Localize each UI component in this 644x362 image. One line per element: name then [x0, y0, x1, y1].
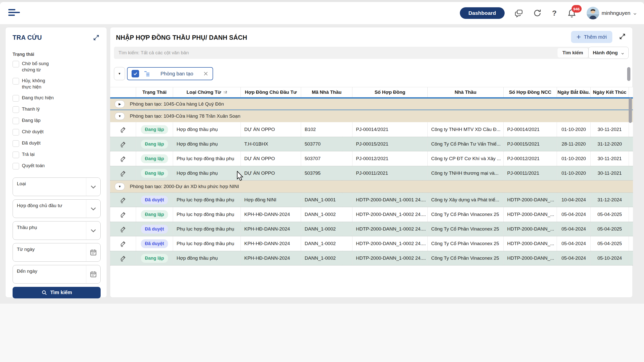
- status-checkbox-3[interactable]: Đang thực hiện: [13, 95, 60, 102]
- cell-owner_contract: DỰ ÁN OPPO: [241, 122, 301, 137]
- checkbox-icon[interactable]: [13, 140, 19, 147]
- edit-pencil-icon[interactable]: [120, 170, 127, 177]
- add-new-label: Thêm mới: [584, 34, 607, 40]
- status-checkbox-group: Chờ bổ sung chứng từHủy, không thực hiện…: [13, 61, 100, 174]
- group-row[interactable]: ▶Phòng ban tạo: 1045-Cửa hàng Lê Quý Đôn: [110, 98, 633, 110]
- grid-expand-icon[interactable]: [619, 33, 626, 40]
- edit-pencil-icon[interactable]: [120, 240, 127, 247]
- filter-field-1[interactable]: Loại: [13, 177, 101, 196]
- cell-owner_contract: KPH-HĐ-DANN-2024: [241, 207, 301, 222]
- scrollbar-thumb-upper[interactable]: [627, 67, 630, 81]
- add-new-button[interactable]: + Thêm mới: [571, 31, 612, 43]
- calendar-icon[interactable]: [90, 270, 97, 278]
- column-header-contract_no[interactable]: Số Hợp Đồng: [352, 87, 428, 97]
- actions-dropdown-button[interactable]: Hành động: [588, 47, 629, 59]
- group-by-chip[interactable]: Phòng ban tạo: [127, 67, 213, 80]
- edit-pencil-icon[interactable]: [120, 226, 127, 233]
- calendar-icon[interactable]: [90, 249, 97, 256]
- group-panel-toggle-button[interactable]: ▼: [114, 67, 125, 80]
- cell-contractor_code: DANN_1-0002: [301, 222, 352, 236]
- search-button[interactable]: Tìm kiếm: [13, 287, 101, 298]
- chip-checkbox[interactable]: [132, 70, 139, 77]
- table-row[interactable]: Đã duyệtPhụ lục hợp đồng thầu phụHợp đồn…: [110, 193, 633, 207]
- cell-end_date: 31-12-2024: [591, 193, 629, 207]
- group-row[interactable]: ▼Phòng ban tạo: 2000-Dự án XD khu phức h…: [110, 180, 633, 193]
- checkbox-icon[interactable]: [13, 129, 19, 135]
- chevron-down-icon[interactable]: [90, 227, 97, 234]
- column-header-owner_contract[interactable]: Hợp Đồng Chủ Đầu Tư: [241, 87, 301, 97]
- column-header-end_date[interactable]: Ngày Kết Thúc: [591, 87, 629, 97]
- cell-supplier_contract_no: HDTP-2000-DANN_...: [504, 207, 557, 222]
- edit-pencil-icon[interactable]: [120, 141, 127, 148]
- status-checkbox-9[interactable]: Quyết toán: [13, 163, 60, 169]
- table-row[interactable]: Đã duyệtPhụ lục hợp đồng thầu phụKPH-HĐ-…: [110, 222, 633, 236]
- column-header-contractor[interactable]: Nhà Thầu: [428, 87, 504, 97]
- checkbox-icon[interactable]: [13, 106, 19, 113]
- table-row[interactable]: Đang lậpHợp đồng thầu phụDỰ ÁN OPPO50379…: [110, 166, 633, 180]
- checkbox-icon[interactable]: [13, 78, 19, 84]
- panel-expand-icon[interactable]: [93, 34, 100, 41]
- notifications-bell[interactable]: 946: [567, 8, 577, 19]
- collapse-group-button[interactable]: ▼: [115, 183, 125, 190]
- checkbox-icon[interactable]: [13, 163, 19, 169]
- table-row[interactable]: Đang lậpHợp đồng thầu phụT.H-01BHX503770…: [110, 137, 633, 151]
- column-header-start_date[interactable]: Ngày Bắt Đầu.: [557, 87, 591, 97]
- cell-start_date: 01-10-2020: [557, 166, 591, 180]
- column-header-supplier_contract_no[interactable]: Số Hợp Đồng NCC: [504, 87, 557, 97]
- status-checkbox-1[interactable]: Chờ bổ sung chứng từ: [13, 61, 60, 73]
- table-row[interactable]: Đã duyệtPhụ lục hợp đồng thầu phụKPH-HĐ-…: [110, 236, 633, 251]
- grid-search-input[interactable]: [114, 50, 557, 56]
- status-checkbox-4[interactable]: Thanh lý: [13, 106, 53, 113]
- help-icon[interactable]: ?: [551, 9, 557, 17]
- filter-field-2[interactable]: Hợp đồng chủ đầu tư: [13, 199, 101, 218]
- column-header-status[interactable]: Trạng Thái: [136, 87, 173, 97]
- group-row[interactable]: ▼Phòng ban tạo: 1049-Cửa Hàng 78 Trần Xu…: [110, 110, 633, 122]
- dashboard-button[interactable]: Dashboard: [460, 7, 505, 19]
- user-menu[interactable]: minhnguyen: [587, 7, 637, 19]
- column-header-label: Mã Nhà Thầu: [312, 89, 341, 95]
- status-checkbox-2[interactable]: Hủy, không thực hiện: [13, 78, 53, 90]
- status-checkbox-label: Trả lại: [22, 151, 35, 158]
- cell-supplier_contract_no: HDTP-2000-DANN_...: [504, 236, 557, 251]
- chip-close-icon[interactable]: [203, 71, 209, 76]
- checkbox-icon[interactable]: [13, 118, 19, 124]
- column-header-label: Trạng Thái: [142, 89, 167, 95]
- collapse-group-button[interactable]: ▼: [115, 112, 125, 120]
- table-row[interactable]: Đang lậpPhụ lục hợp đồng thầu phụDỰ ÁN O…: [110, 151, 633, 166]
- grid-search-button[interactable]: Tìm kiếm: [557, 48, 588, 58]
- column-header-contractor_code[interactable]: Mã Nhà Thầu: [301, 87, 352, 97]
- menu-icon[interactable]: [8, 9, 20, 17]
- filter-field-3[interactable]: Thầu phụ: [13, 221, 101, 240]
- checkbox-icon[interactable]: [13, 152, 19, 158]
- cell-doc_type: Hợp đồng thầu phụ: [173, 137, 241, 151]
- top-bar: Dashboard ? 946: [0, 2, 644, 24]
- edit-pencil-icon[interactable]: [120, 126, 127, 133]
- table-row[interactable]: Đang lậpHợp đồng thầu phụKPH-HĐ-DANN-202…: [110, 251, 633, 265]
- cell-contractor_code: B102: [301, 122, 352, 137]
- edit-pencil-icon[interactable]: [120, 211, 127, 218]
- status-checkbox-8[interactable]: Trả lại: [13, 151, 53, 158]
- table-row[interactable]: Đang lậpHợp đồng thầu phụDỰ ÁN OPPOB102P…: [110, 122, 633, 137]
- status-checkbox-7[interactable]: Đã duyệt: [13, 140, 60, 147]
- checkbox-icon[interactable]: [13, 95, 19, 102]
- cell-contractor_code: 503795: [301, 166, 352, 180]
- table-row[interactable]: Đang lậpPhụ lục hợp đồng thầu phụKPH-HĐ-…: [110, 207, 633, 222]
- status-checkbox-5[interactable]: Đang lập: [13, 117, 60, 124]
- edit-pencil-icon[interactable]: [120, 197, 127, 203]
- chat-icon[interactable]: [514, 9, 523, 18]
- refresh-icon[interactable]: [533, 9, 542, 18]
- column-header-row-tools[interactable]: [110, 87, 136, 97]
- expand-group-button[interactable]: ▶: [115, 100, 125, 108]
- checkbox-icon[interactable]: [13, 61, 19, 67]
- chevron-down-icon[interactable]: [90, 205, 97, 212]
- edit-pencil-icon[interactable]: [120, 255, 127, 262]
- cell-supplier_contract_no: PJ-00014/2021: [504, 122, 557, 137]
- filter-field-4[interactable]: Từ ngày: [13, 243, 101, 262]
- status-checkbox-label: Chờ duyệt: [22, 129, 44, 135]
- scrollbar-thumb[interactable]: [629, 98, 632, 123]
- status-checkbox-6[interactable]: Chờ duyệt: [13, 129, 53, 135]
- chevron-down-icon[interactable]: [90, 183, 97, 191]
- filter-field-5[interactable]: Đến ngày: [13, 265, 101, 284]
- edit-pencil-icon[interactable]: [120, 155, 127, 162]
- column-header-doc_type[interactable]: Loại Chứng Từ↑2: [173, 87, 241, 97]
